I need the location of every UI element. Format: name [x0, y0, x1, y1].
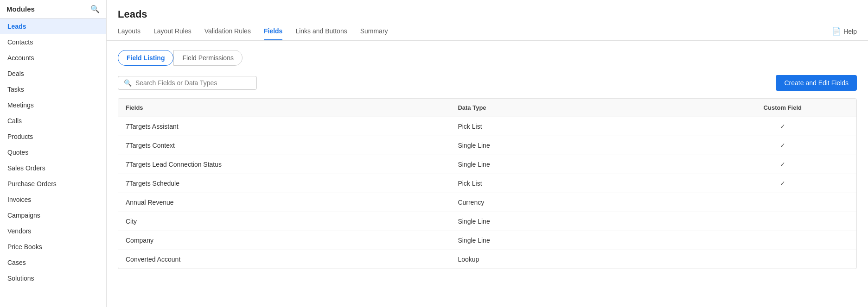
field-name-cell: 7Targets Assistant — [118, 117, 450, 136]
sidebar-item-deals[interactable]: Deals — [0, 66, 106, 81]
sidebar-item-sales-orders[interactable]: Sales Orders — [0, 160, 106, 176]
page-title: Leads — [118, 8, 857, 20]
fields-table-container: Fields Data Type Custom Field 7Targets A… — [118, 98, 857, 269]
sub-tabs: Field ListingField Permissions — [118, 50, 857, 66]
tab-summary[interactable]: Summary — [360, 27, 388, 40]
custom-field-cell: ✓ — [709, 155, 856, 174]
checkmark-icon: ✓ — [780, 161, 785, 168]
table-row: 7Targets AssistantPick List✓ — [118, 117, 856, 136]
sidebar-item-campaigns[interactable]: Campaigns — [0, 207, 106, 223]
table-row: 7Targets ContextSingle Line✓ — [118, 136, 856, 155]
search-row: 🔍 Create and Edit Fields — [118, 75, 857, 91]
checkmark-icon: ✓ — [780, 180, 785, 187]
custom-field-cell — [709, 193, 856, 212]
field-name-cell: 7Targets Lead Connection Status — [118, 155, 450, 174]
sidebar: Modules 🔍 LeadsContactsAccountsDealsTask… — [0, 0, 107, 307]
column-header-custom-field: Custom Field — [709, 99, 856, 117]
content-area: Field ListingField Permissions 🔍 Create … — [107, 41, 868, 307]
sidebar-item-contacts[interactable]: Contacts — [0, 34, 106, 50]
data-type-cell: Single Line — [450, 231, 708, 250]
tab-layout-rules[interactable]: Layout Rules — [153, 27, 191, 40]
field-name-cell: City — [118, 212, 450, 231]
checkmark-icon: ✓ — [780, 123, 785, 130]
data-type-cell: Pick List — [450, 174, 708, 193]
custom-field-cell — [709, 231, 856, 250]
sidebar-item-tasks[interactable]: Tasks — [0, 81, 106, 97]
sidebar-search-icon[interactable]: 🔍 — [90, 5, 100, 13]
help-label: Help — [843, 28, 857, 35]
sub-tab-field-permissions[interactable]: Field Permissions — [173, 50, 242, 66]
custom-field-cell — [709, 212, 856, 231]
sidebar-title: Modules — [6, 5, 35, 13]
table-row: Annual RevenueCurrency — [118, 193, 856, 212]
field-name-cell: 7Targets Schedule — [118, 174, 450, 193]
sidebar-item-leads[interactable]: Leads — [0, 19, 106, 34]
column-header-fields: Fields — [118, 99, 450, 117]
search-input[interactable] — [135, 79, 251, 87]
table-row: Converted AccountLookup — [118, 250, 856, 269]
tab-layouts[interactable]: Layouts — [118, 27, 140, 40]
table-header-row: Fields Data Type Custom Field — [118, 99, 856, 117]
sidebar-item-products[interactable]: Products — [0, 129, 106, 144]
tabs-bar: LayoutsLayout RulesValidation RulesField… — [118, 27, 857, 40]
data-type-cell: Single Line — [450, 212, 708, 231]
field-name-cell: 7Targets Context — [118, 136, 450, 155]
custom-field-cell: ✓ — [709, 117, 856, 136]
custom-field-cell — [709, 250, 856, 269]
custom-field-cell: ✓ — [709, 136, 856, 155]
table-row: CitySingle Line — [118, 212, 856, 231]
checkmark-icon: ✓ — [780, 142, 785, 149]
custom-field-cell: ✓ — [709, 174, 856, 193]
data-type-cell: Lookup — [450, 250, 708, 269]
search-icon: 🔍 — [124, 79, 132, 87]
sidebar-item-purchase-orders[interactable]: Purchase Orders — [0, 176, 106, 192]
sidebar-item-calls[interactable]: Calls — [0, 113, 106, 129]
sub-tab-field-listing[interactable]: Field Listing — [118, 50, 173, 66]
tab-validation-rules[interactable]: Validation Rules — [204, 27, 251, 40]
sidebar-item-vendors[interactable]: Vendors — [0, 223, 106, 239]
sidebar-item-meetings[interactable]: Meetings — [0, 97, 106, 113]
data-type-cell: Currency — [450, 193, 708, 212]
column-header-data-type: Data Type — [450, 99, 708, 117]
field-name-cell: Annual Revenue — [118, 193, 450, 212]
sidebar-header: Modules 🔍 — [0, 0, 106, 19]
sidebar-item-price-books[interactable]: Price Books — [0, 239, 106, 255]
create-edit-fields-button[interactable]: Create and Edit Fields — [776, 75, 857, 91]
help-button[interactable]: 📄 Help — [832, 27, 857, 40]
field-name-cell: Company — [118, 231, 450, 250]
main-content: Leads LayoutsLayout RulesValidation Rule… — [107, 0, 868, 307]
search-box: 🔍 — [118, 76, 257, 90]
topbar: Leads LayoutsLayout RulesValidation Rule… — [107, 0, 868, 41]
sidebar-item-cases[interactable]: Cases — [0, 255, 106, 270]
field-name-cell: Converted Account — [118, 250, 450, 269]
sidebar-item-quotes[interactable]: Quotes — [0, 144, 106, 160]
tab-links-and-buttons[interactable]: Links and Buttons — [295, 27, 347, 40]
fields-table: Fields Data Type Custom Field 7Targets A… — [118, 99, 856, 269]
sidebar-item-invoices[interactable]: Invoices — [0, 192, 106, 207]
data-type-cell: Single Line — [450, 136, 708, 155]
table-row: 7Targets SchedulePick List✓ — [118, 174, 856, 193]
sidebar-item-solutions[interactable]: Solutions — [0, 270, 106, 286]
data-type-cell: Single Line — [450, 155, 708, 174]
sidebar-item-accounts[interactable]: Accounts — [0, 50, 106, 66]
table-row: 7Targets Lead Connection StatusSingle Li… — [118, 155, 856, 174]
data-type-cell: Pick List — [450, 117, 708, 136]
table-row: CompanySingle Line — [118, 231, 856, 250]
help-icon: 📄 — [832, 27, 841, 36]
tab-fields[interactable]: Fields — [264, 27, 282, 40]
